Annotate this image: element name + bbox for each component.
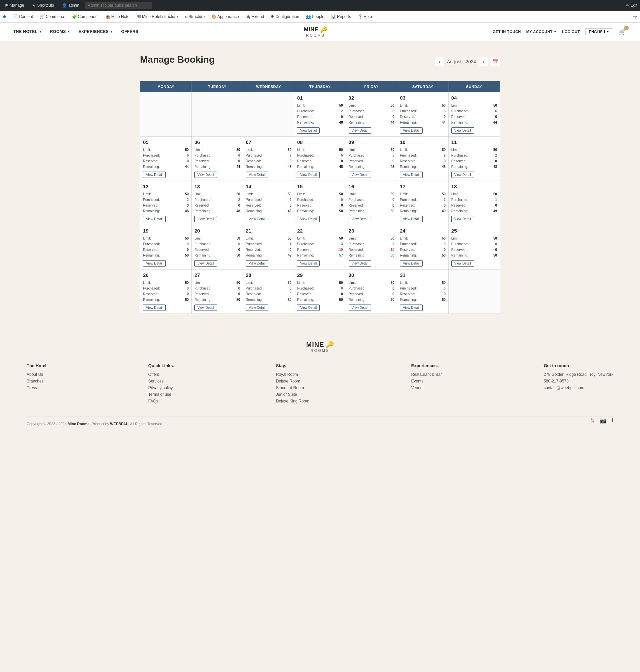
view-detail-button-15[interactable]: View Detail bbox=[297, 216, 320, 222]
footer-link-royal[interactable]: Royal Room bbox=[276, 372, 309, 377]
view-detail-button-24[interactable]: View Detail bbox=[400, 260, 423, 267]
view-detail-button-28[interactable]: View Detail bbox=[246, 304, 268, 311]
shortcuts-menu[interactable]: ★ Shortcuts bbox=[30, 0, 56, 11]
cms-content[interactable]: 📄 Content bbox=[10, 11, 36, 22]
manage-menu[interactable]: ⚑ Manage bbox=[3, 0, 26, 11]
view-detail-button-13[interactable]: View Detail bbox=[194, 216, 217, 222]
cms-collapse[interactable]: ⇥ bbox=[633, 13, 637, 20]
footer-link-branches[interactable]: Branches bbox=[27, 379, 46, 384]
nav-offers[interactable]: OFFERS bbox=[121, 29, 138, 34]
language-selector[interactable]: ENGLISH ▼ bbox=[585, 28, 613, 35]
edit-button[interactable]: ✏ Edit bbox=[626, 3, 637, 8]
user-menu[interactable]: 👤 admin bbox=[60, 0, 81, 11]
footer-link-restaurant[interactable]: Restaurant & Bar bbox=[411, 372, 442, 377]
view-detail-button-23[interactable]: View Detail bbox=[349, 260, 371, 267]
view-detail-button-06[interactable]: View Detail bbox=[194, 171, 217, 178]
view-detail-button-21[interactable]: View Detail bbox=[246, 260, 268, 267]
cms-reports[interactable]: 📊 Reports bbox=[328, 11, 354, 22]
calendar-cell-1-5: 10Limit:50Purchased:2Reserved:0Remaining… bbox=[397, 137, 448, 181]
cms-structure[interactable]: ◈ Structure bbox=[182, 11, 207, 22]
footer-col-experiences: Experiences. Restaurant & Bar Events Ven… bbox=[411, 363, 442, 405]
calendar-view-button[interactable]: 📅 bbox=[491, 57, 500, 66]
calendar-cell-4-1: 27Limit:50Purchased:0Reserved:0Remaining… bbox=[192, 270, 243, 314]
footer-link-deluxe[interactable]: Deluxe Room bbox=[276, 379, 309, 384]
view-detail-button-02[interactable]: View Detail bbox=[349, 127, 371, 134]
cms-component[interactable]: 🧩 Component bbox=[69, 11, 101, 22]
prev-month-button[interactable]: ‹ bbox=[435, 57, 444, 66]
cms-extend[interactable]: 🔌 Extend bbox=[243, 11, 267, 22]
calendar-header-row: MONDAY TUESDAY WEDNESDAY THURSDAY FRIDAY… bbox=[140, 81, 500, 92]
footer-link-press[interactable]: Press bbox=[27, 386, 46, 390]
view-detail-button-18[interactable]: View Detail bbox=[451, 216, 474, 222]
footer-link-terms[interactable]: Terms of use bbox=[148, 392, 174, 397]
reports-icon: 📊 bbox=[331, 14, 336, 19]
footer-link-privacy[interactable]: Privacy policy bbox=[148, 386, 174, 390]
content-icon: 📄 bbox=[13, 14, 18, 19]
calendar-cell-3-2: 21Limit:50Purchased:1Reserved:0Remaining… bbox=[243, 225, 294, 270]
view-detail-button-29[interactable]: View Detail bbox=[297, 304, 320, 311]
facebook-icon[interactable]: f bbox=[612, 417, 613, 424]
nav-experiences[interactable]: EXPERIENCES ▼ bbox=[78, 29, 113, 34]
footer-link-faqs[interactable]: FAQs bbox=[148, 399, 174, 403]
view-detail-button-31[interactable]: View Detail bbox=[400, 304, 423, 311]
view-detail-button-05[interactable]: View Detail bbox=[143, 171, 166, 178]
footer-columns: The Hotel About Us Branches Press Quick … bbox=[27, 363, 613, 405]
footer-phone[interactable]: 580-217-9573 bbox=[544, 379, 613, 384]
footer-link-services[interactable]: Services bbox=[148, 379, 174, 384]
footer-link-standard[interactable]: Standard Room bbox=[276, 386, 309, 390]
instagram-icon[interactable]: 📷 bbox=[600, 417, 607, 424]
view-detail-button-01[interactable]: View Detail bbox=[297, 127, 320, 134]
view-detail-button-25[interactable]: View Detail bbox=[451, 260, 474, 267]
next-month-button[interactable]: › bbox=[479, 57, 488, 66]
twitter-icon[interactable]: 𝕏 bbox=[590, 417, 595, 424]
nav-my-account[interactable]: MY ACCOUNT ▼ bbox=[526, 30, 557, 34]
view-detail-button-09[interactable]: View Detail bbox=[349, 171, 371, 178]
footer-link-about[interactable]: About Us bbox=[27, 372, 46, 377]
view-detail-button-11[interactable]: View Detail bbox=[451, 171, 474, 178]
view-detail-button-08[interactable]: View Detail bbox=[297, 171, 320, 178]
col-monday: MONDAY bbox=[140, 81, 192, 92]
calendar-cell-1-2: 07Limit:50Purchased:7Reserved:0Remaining… bbox=[243, 137, 294, 181]
footer-link-venues[interactable]: Venues bbox=[411, 386, 442, 390]
cart-button[interactable]: 🛒 9 bbox=[618, 28, 627, 36]
cms-people[interactable]: 👥 People bbox=[303, 11, 327, 22]
view-detail-button-12[interactable]: View Detail bbox=[143, 216, 166, 222]
view-detail-button-17[interactable]: View Detail bbox=[400, 216, 423, 222]
footer-link-offers[interactable]: Offers bbox=[148, 372, 174, 377]
footer-copyright: Copyright © 2023 - 2024 Mine Rooms. Prod… bbox=[27, 422, 163, 426]
nav-rooms[interactable]: ROOMS ▼ bbox=[50, 29, 70, 34]
view-detail-button-14[interactable]: View Detail bbox=[246, 216, 268, 222]
nav-get-in-touch[interactable]: GET IN TOUCH bbox=[493, 30, 521, 34]
footer-link-junior[interactable]: Junior Suite bbox=[276, 392, 309, 397]
view-detail-button-07[interactable]: View Detail bbox=[246, 171, 268, 178]
calendar-cell-0-2 bbox=[243, 92, 294, 137]
calendar-cell-2-2: 14Limit:50Purchased:2Reserved:0Remaining… bbox=[243, 181, 294, 225]
view-detail-button-27[interactable]: View Detail bbox=[194, 304, 217, 311]
structure-icon: 🏗 bbox=[137, 14, 141, 19]
view-detail-button-10[interactable]: View Detail bbox=[400, 171, 423, 178]
view-detail-button-30[interactable]: View Detail bbox=[349, 304, 371, 311]
cms-mine-hotel-structure[interactable]: 🏗 Mine Hotel structure bbox=[134, 11, 180, 22]
nav-log-out[interactable]: LOG OUT bbox=[562, 30, 580, 34]
admin-search-input[interactable] bbox=[85, 2, 152, 9]
calendar-cell-1-0: 05Limit:50Purchased:6Reserved:0Remaining… bbox=[140, 137, 192, 181]
cms-configuration[interactable]: ⚙ Configuration bbox=[268, 11, 302, 22]
cms-mine-hotel[interactable]: 🏨 Mine Hotel bbox=[103, 11, 133, 22]
nav-the-hotel[interactable]: THE HOTEL ▼ bbox=[13, 29, 42, 34]
cms-appearance[interactable]: 🎨 Appearance bbox=[209, 11, 242, 22]
calendar-cell-3-3: 22Limit:50Purchased:3Reserved:-10Remaini… bbox=[294, 225, 346, 270]
view-detail-button-20[interactable]: View Detail bbox=[194, 260, 217, 267]
main-content: Manage Booking ‹ August - 2024 › 📅 MONDA… bbox=[120, 41, 520, 327]
view-detail-button-22[interactable]: View Detail bbox=[297, 260, 320, 267]
footer-email[interactable]: contact@weebpal.com bbox=[544, 386, 613, 390]
cms-commerce[interactable]: 🛒 Commerce bbox=[37, 11, 68, 22]
cms-help[interactable]: ❓ Help bbox=[355, 11, 375, 22]
view-detail-button-26[interactable]: View Detail bbox=[143, 304, 166, 311]
col-thursday: THURSDAY bbox=[294, 81, 346, 92]
view-detail-button-04[interactable]: View Detail bbox=[451, 127, 474, 134]
footer-link-deluxeking[interactable]: Deluxe King Room bbox=[276, 399, 309, 403]
view-detail-button-19[interactable]: View Detail bbox=[143, 260, 166, 267]
view-detail-button-16[interactable]: View Detail bbox=[349, 216, 371, 222]
view-detail-button-03[interactable]: View Detail bbox=[400, 127, 423, 134]
footer-link-events[interactable]: Events bbox=[411, 379, 442, 384]
